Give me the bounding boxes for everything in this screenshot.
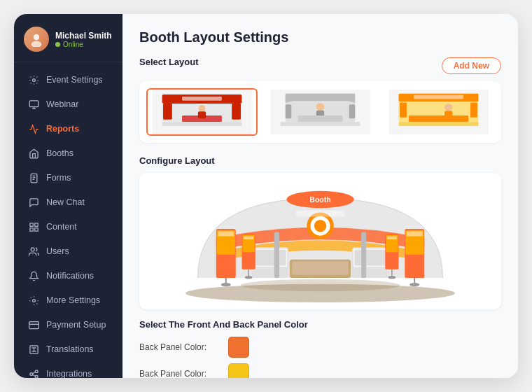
svg-rect-76	[355, 250, 387, 266]
layout-thumb-3[interactable]	[383, 88, 494, 136]
sidebar-item-translations[interactable]: Translations	[18, 337, 118, 361]
sidebar-label-forms: Forms	[46, 173, 71, 183]
chat-icon	[28, 197, 39, 208]
sidebar: Michael Smith Online Event Settings Webi…	[14, 14, 122, 378]
svg-point-12	[31, 247, 34, 251]
svg-point-13	[32, 299, 35, 302]
sidebar-item-more-settings[interactable]: More Settings	[18, 288, 118, 312]
svg-rect-37	[286, 94, 356, 102]
svg-point-22	[35, 375, 38, 378]
svg-point-90	[388, 276, 396, 279]
booth-icon	[28, 148, 39, 159]
svg-rect-9	[34, 223, 37, 225]
color-swatch-1[interactable]	[228, 337, 249, 358]
payment-icon	[28, 319, 39, 330]
back-panel-label-1: Back Panel Color:	[139, 342, 220, 352]
translations-icon	[28, 344, 39, 355]
sidebar-label-webinar: Webinar	[46, 99, 78, 109]
svg-rect-28	[182, 97, 222, 101]
sidebar-label-payment-setup: Payment Setup	[46, 320, 106, 330]
svg-point-20	[29, 372, 32, 375]
svg-rect-40	[298, 115, 343, 122]
sidebar-item-forms[interactable]: Forms	[18, 166, 118, 190]
users-icon	[28, 246, 39, 257]
svg-rect-88	[387, 237, 397, 239]
sidebar-label-reports: Reports	[46, 124, 79, 134]
sidebar-label-users: Users	[46, 246, 69, 256]
svg-line-24	[32, 374, 35, 376]
svg-rect-10	[29, 227, 32, 230]
svg-rect-50	[409, 115, 468, 122]
select-layout-label: Select Layout	[139, 57, 199, 67]
svg-rect-51	[400, 102, 407, 117]
sidebar-label-more-settings: More Settings	[46, 295, 100, 305]
color-row-2: Back Panel Color:	[139, 363, 501, 378]
main-content: Booth Layout Settings Select Layout Add …	[122, 14, 518, 378]
svg-point-65	[221, 283, 231, 286]
layout-thumb-1[interactable]	[146, 88, 258, 136]
svg-rect-52	[470, 102, 477, 117]
layout-header: Select Layout Add New	[139, 57, 501, 74]
integrations-icon	[28, 368, 39, 378]
svg-point-59	[314, 220, 327, 232]
svg-rect-41	[286, 104, 292, 118]
sidebar-item-webinar[interactable]: Webinar	[18, 92, 118, 116]
svg-line-23	[32, 372, 35, 373]
sidebar-item-notifications[interactable]: Notifications	[18, 264, 118, 288]
svg-point-48	[444, 104, 452, 111]
svg-rect-42	[349, 104, 356, 118]
booth-preview: Booth	[139, 173, 501, 309]
svg-rect-83	[244, 237, 253, 239]
svg-rect-11	[34, 227, 37, 230]
user-name: Michael Smith	[55, 31, 112, 41]
avatar	[24, 27, 49, 52]
svg-rect-68	[407, 232, 423, 237]
page-title: Booth Layout Settings	[139, 29, 501, 46]
settings-icon	[28, 74, 39, 85]
sidebar-item-users[interactable]: Users	[18, 239, 118, 263]
sidebar-item-payment-setup[interactable]: Payment Setup	[18, 313, 118, 337]
svg-rect-33	[232, 104, 241, 120]
sidebar-item-new-chat[interactable]: New Chat	[18, 190, 118, 214]
configure-layout-label: Configure Layout	[139, 155, 501, 166]
svg-rect-43	[281, 122, 360, 126]
back-panel-label-2: Back Panel Color:	[139, 369, 220, 378]
sidebar-item-event-settings[interactable]: Event Settings	[18, 68, 118, 92]
sidebar-item-booths[interactable]: Booths	[18, 141, 118, 165]
bell-icon	[28, 270, 39, 281]
svg-point-91	[241, 279, 400, 292]
svg-rect-79	[274, 232, 279, 278]
content-icon	[28, 221, 39, 232]
sidebar-item-reports[interactable]: Reports	[18, 117, 118, 141]
sidebar-label-integrations: Integrations	[46, 369, 92, 378]
color-swatch-2[interactable]	[228, 363, 249, 378]
sidebar-item-content[interactable]: Content	[18, 215, 118, 239]
svg-rect-63	[218, 232, 234, 237]
more-settings-icon	[28, 295, 39, 306]
svg-rect-78	[292, 261, 349, 274]
svg-point-2	[32, 78, 35, 81]
layout-options	[139, 81, 501, 143]
user-status: Online	[55, 41, 112, 48]
sidebar-label-booths: Booths	[46, 148, 74, 158]
svg-rect-32	[163, 104, 172, 120]
svg-rect-8	[29, 223, 32, 225]
svg-point-85	[245, 276, 253, 279]
sidebar-label-new-chat: New Chat	[46, 197, 85, 207]
sidebar-item-integrations[interactable]: Integrations	[18, 362, 118, 378]
layout-thumb-2[interactable]	[265, 88, 376, 136]
svg-rect-34	[162, 122, 242, 126]
svg-point-0	[34, 34, 40, 41]
user-profile: Michael Smith Online	[14, 14, 122, 62]
monitor-icon	[28, 99, 39, 110]
add-new-button[interactable]: Add New	[442, 57, 501, 74]
svg-point-21	[35, 370, 38, 372]
svg-rect-47	[414, 95, 463, 99]
svg-rect-60	[296, 211, 345, 217]
svg-text:Booth: Booth	[309, 195, 330, 204]
svg-rect-14	[29, 321, 38, 328]
svg-point-30	[199, 105, 206, 112]
svg-point-38	[316, 103, 324, 111]
sidebar-label-event-settings: Event Settings	[46, 75, 103, 85]
svg-point-1	[31, 41, 42, 47]
